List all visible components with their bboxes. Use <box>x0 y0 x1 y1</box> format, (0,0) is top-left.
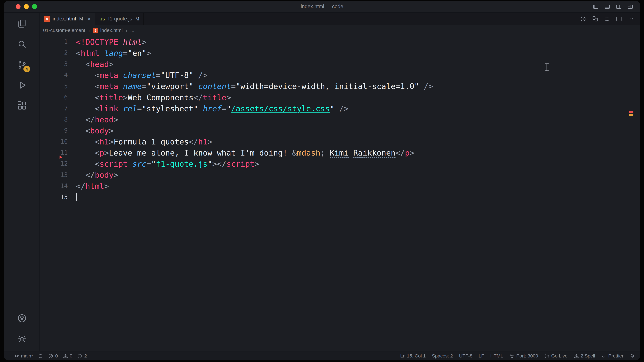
line-number[interactable]: 1 <box>40 36 76 48</box>
line-number[interactable]: 6 <box>40 92 76 103</box>
status-cursor-position[interactable]: Ln 15, Col 1 <box>400 354 426 358</box>
code-line-9[interactable]: 9 <body> <box>40 125 640 136</box>
code-token: = <box>222 104 226 113</box>
code-token: src <box>132 159 146 168</box>
activity-explorer[interactable] <box>12 13 32 33</box>
line-number[interactable]: 4 <box>40 70 76 81</box>
activity-search[interactable] <box>12 34 32 54</box>
code-token: < <box>95 159 100 168</box>
code-line-8[interactable]: 8 </head> <box>40 114 640 125</box>
html-file-icon: 5 <box>93 28 98 33</box>
tab-f1-quote.js[interactable]: JSf1-quote.jsM <box>96 13 144 25</box>
overview-mark <box>629 111 633 113</box>
code-token: </ <box>189 137 198 146</box>
code-token: rel <box>123 104 137 113</box>
status-go-live[interactable]: Go Live <box>544 353 568 359</box>
code-line-6[interactable]: 6 <title>Web Components</title> <box>40 92 640 103</box>
code-line-3[interactable]: 3 <head> <box>40 59 640 70</box>
code-line-1[interactable]: 1<!DOCTYPE html> <box>40 36 640 48</box>
status-notifications[interactable] <box>630 353 635 359</box>
code-line-7[interactable]: 7 <link rel="stylesheet" href="/assets/c… <box>40 103 640 114</box>
status-prettier[interactable]: Prettier <box>601 353 623 359</box>
toggle-primary-sidebar-button[interactable] <box>593 3 599 10</box>
status-label: Go Live <box>551 354 568 358</box>
line-number[interactable]: 3 <box>40 59 76 70</box>
editor[interactable]: 1<!DOCTYPE html>2<html lang="en">3 <head… <box>40 36 640 351</box>
toggle-secondary-sidebar-button[interactable] <box>616 3 622 10</box>
line-number[interactable]: 8 <box>40 114 76 125</box>
more-actions-button[interactable] <box>628 15 634 22</box>
code-token: > <box>114 170 118 179</box>
code-token: link <box>100 104 118 113</box>
code-line-15[interactable]: 15 <box>40 192 640 203</box>
status-label: 2 Spell <box>580 354 595 358</box>
line-number[interactable]: 13 <box>40 169 76 180</box>
code-token: "stylesheet" <box>142 104 198 113</box>
status-errors[interactable]: 0 <box>48 353 58 359</box>
tab-bar: 5index.htmlM×JSf1-quote.jsM <box>40 13 640 25</box>
status-sync[interactable] <box>38 353 43 359</box>
code-line-2[interactable]: 2<html lang="en"> <box>40 48 640 59</box>
split-editor-icon <box>616 15 622 22</box>
code-token: > <box>146 48 151 57</box>
close-tab-icon[interactable]: × <box>88 15 91 22</box>
line-number[interactable]: 9 <box>40 125 76 136</box>
line-number[interactable]: 11 <box>40 147 76 158</box>
status-encoding[interactable]: UTF-8 <box>459 354 472 358</box>
status-port[interactable]: Port: 3000 <box>509 353 538 359</box>
status-indentation[interactable]: Spaces: 2 <box>432 354 453 358</box>
zoom-window-button[interactable] <box>32 4 37 9</box>
activity-run-and-debug[interactable] <box>12 75 32 95</box>
activity-extensions[interactable] <box>12 96 32 115</box>
activity-accounts[interactable] <box>12 308 32 328</box>
tab-index.html[interactable]: 5index.htmlM× <box>40 13 96 25</box>
open-changes-button[interactable] <box>592 15 598 22</box>
status-label: Spaces: 2 <box>432 354 453 358</box>
code-token <box>76 70 95 80</box>
status-spell[interactable]: 2 Spell <box>574 353 595 359</box>
status-eol[interactable]: LF <box>479 354 484 358</box>
code-token <box>325 148 330 157</box>
breadcrumb-item[interactable]: 01-custom-element <box>43 27 85 33</box>
screen: index.html — code 4 5index.htmlM×JSf1-qu… <box>0 0 644 362</box>
code-line-5[interactable]: 5 <meta name="viewport" content="width=d… <box>40 81 640 92</box>
code-token: Formula 1 quotes <box>114 137 189 146</box>
info-icon <box>77 353 83 359</box>
code-line-12[interactable]: 12 <script src="f1-quote.js"></script> <box>40 158 640 169</box>
activity-source-control[interactable]: 4 <box>12 55 32 74</box>
minimize-window-button[interactable] <box>24 4 29 9</box>
line-number[interactable]: 14 <box>40 181 76 192</box>
timeline-button[interactable] <box>580 15 586 22</box>
code-token: " <box>226 104 231 113</box>
code-line-10[interactable]: 10 <h1>Formula 1 quotes</h1> <box>40 136 640 147</box>
code-token: > <box>123 93 128 102</box>
code-token: = <box>156 70 160 80</box>
line-number[interactable]: 7 <box>40 103 76 114</box>
status-git-branch[interactable]: main* <box>14 353 33 359</box>
toggle-panel-button[interactable] <box>604 3 610 10</box>
overview-ruler[interactable] <box>630 36 640 351</box>
open-preview-button[interactable] <box>604 15 610 22</box>
code-line-14[interactable]: 14</html> <box>40 181 640 192</box>
breadcrumb-item[interactable]: 5index.html <box>93 27 123 33</box>
customize-layout-button[interactable] <box>627 3 634 10</box>
status-language-mode[interactable]: HTML <box>490 354 503 358</box>
line-number[interactable]: 2 <box>40 48 76 59</box>
code-line-11[interactable]: 11 <p>Leave me alone, I know what I'm do… <box>40 147 640 158</box>
status-info[interactable]: 2 <box>77 353 87 359</box>
breadcrumb-item[interactable]: ... <box>130 27 134 33</box>
code-line-13[interactable]: 13 </body> <box>40 169 640 180</box>
code-line-4[interactable]: 4 <meta charset="UTF-8" /> <box>40 70 640 81</box>
line-number[interactable]: 5 <box>40 81 76 92</box>
code-token: name <box>123 82 142 91</box>
breadcrumb-separator: › <box>88 27 90 33</box>
status-warnings[interactable]: 0 <box>63 353 72 359</box>
line-number[interactable]: 12 <box>40 158 76 169</box>
code-text: <h1>Formula 1 quotes</h1> <box>76 136 212 147</box>
line-number[interactable]: 15 <box>40 192 76 203</box>
activity-settings[interactable] <box>12 329 32 349</box>
line-number[interactable]: 10 <box>40 136 76 147</box>
split-editor-button[interactable] <box>616 15 622 22</box>
close-window-button[interactable] <box>16 4 20 9</box>
code-token <box>198 104 203 113</box>
